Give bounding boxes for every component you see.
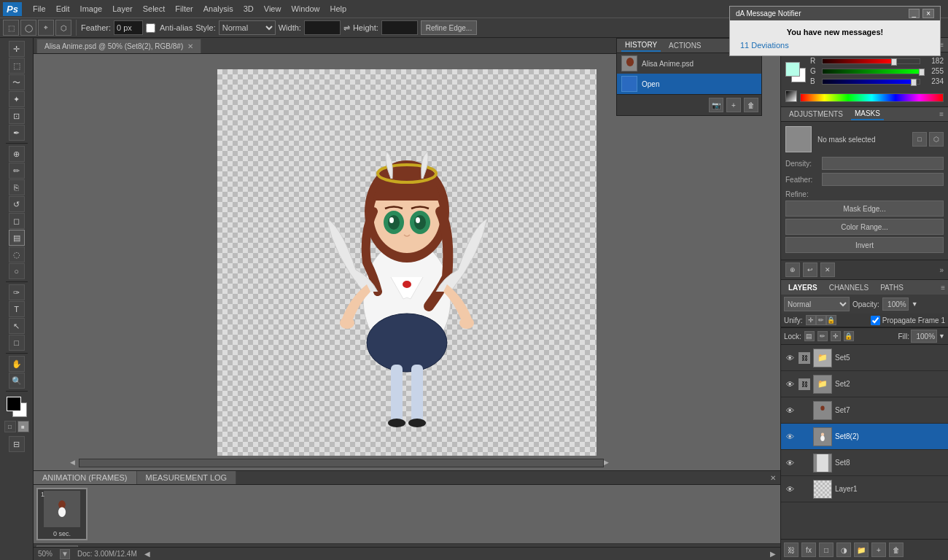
anti-alias-checkbox[interactable] bbox=[146, 23, 155, 33]
menu-help[interactable]: Help bbox=[325, 3, 352, 15]
create-group-button[interactable]: 📁 bbox=[854, 542, 869, 557]
quick-mask-on[interactable]: ■ bbox=[18, 421, 29, 432]
add-vector-mask[interactable]: ⬡ bbox=[929, 132, 944, 147]
zoom-menu[interactable]: ▼ bbox=[60, 549, 70, 559]
blur-tool[interactable]: ◌ bbox=[9, 246, 25, 262]
green-slider[interactable] bbox=[822, 69, 920, 74]
refine-edge-button[interactable]: Refine Edge... bbox=[421, 20, 477, 35]
brush-tool[interactable]: ✏ bbox=[9, 163, 25, 179]
layer-visibility-layer1[interactable]: 👁 bbox=[784, 483, 796, 495]
layer-set5[interactable]: 👁 ⛓ 📁 Set5 bbox=[781, 345, 948, 371]
pen-tool[interactable]: ✑ bbox=[9, 284, 25, 300]
layer-visibility-set5[interactable]: 👁 bbox=[784, 352, 796, 364]
frame-duration[interactable]: 0 sec. bbox=[53, 530, 71, 537]
blue-slider[interactable] bbox=[822, 79, 920, 85]
link-layers-button[interactable]: ⛓ bbox=[784, 542, 799, 557]
new-history-state-button[interactable]: + bbox=[726, 98, 741, 112]
measurement-log-tab[interactable]: MEASUREMENT LOG bbox=[137, 471, 237, 484]
layer-set2[interactable]: 👁 ⛓ 📁 Set2 bbox=[781, 371, 948, 397]
menu-layer[interactable]: Layer bbox=[107, 3, 138, 15]
lasso-tool[interactable]: 〜 bbox=[9, 74, 25, 90]
color-range-button[interactable]: Color Range... bbox=[785, 219, 944, 235]
menu-analysis[interactable]: Analysis bbox=[198, 3, 238, 15]
layer-set8[interactable]: 👁 Set8 bbox=[781, 450, 948, 476]
adj-panel-menu[interactable]: ≡ bbox=[939, 110, 944, 118]
menu-filter[interactable]: Filter bbox=[170, 3, 198, 15]
add-pixel-mask[interactable]: □ bbox=[912, 132, 927, 147]
swap-icon[interactable]: ⇌ bbox=[343, 23, 350, 33]
layer-set8-2[interactable]: 👁 Set8(2) bbox=[781, 424, 948, 450]
propagate-checkbox[interactable] bbox=[871, 316, 880, 325]
layer-visibility-set8[interactable]: 👁 bbox=[784, 457, 796, 469]
history-brush-tool[interactable]: ↺ bbox=[9, 196, 25, 212]
menu-window[interactable]: Window bbox=[286, 3, 325, 15]
fg-swatch-color[interactable] bbox=[785, 62, 800, 77]
eyedropper-tool[interactable]: ✒ bbox=[9, 125, 25, 141]
frame-1[interactable]: 1 0 sec. bbox=[36, 488, 88, 540]
menu-3d[interactable]: 3D bbox=[238, 3, 259, 15]
close-document-tab[interactable]: ✕ bbox=[187, 42, 193, 50]
green-thumb[interactable] bbox=[919, 69, 925, 76]
foreground-color-swatch[interactable] bbox=[7, 397, 21, 411]
horizontal-scrollbar[interactable] bbox=[79, 459, 604, 467]
layer-visibility-set2[interactable]: 👁 bbox=[784, 378, 796, 390]
blue-thumb[interactable] bbox=[911, 79, 917, 86]
height-input[interactable] bbox=[381, 20, 418, 35]
history-tab[interactable]: HISTORY bbox=[621, 39, 661, 52]
layers-panel-menu[interactable]: ≡ bbox=[941, 284, 945, 292]
scroll-left-arrow[interactable]: ◀ bbox=[70, 459, 79, 467]
paths-tab[interactable]: PATHS bbox=[876, 282, 908, 293]
rect-select-tool[interactable]: ⬚ bbox=[3, 20, 19, 36]
blend-mode-select[interactable]: Normal bbox=[784, 297, 850, 311]
gradient-tool[interactable]: ▤ bbox=[9, 230, 25, 246]
layers-tab[interactable]: LAYERS bbox=[784, 282, 822, 293]
actions-tab[interactable]: ACTIONS bbox=[665, 40, 704, 51]
delete-layer-button[interactable]: 🗑 bbox=[889, 542, 904, 557]
layer-visibility-set8-2[interactable]: 👁 bbox=[784, 431, 796, 443]
layer-visibility-set7[interactable]: 👁 bbox=[784, 405, 796, 416]
lock-transparent[interactable]: ▤ bbox=[804, 331, 815, 341]
mask-edge-button[interactable]: Mask Edge... bbox=[785, 201, 944, 217]
lock-all[interactable]: 🔒 bbox=[844, 331, 854, 341]
style-select[interactable]: NormalFixed RatioFixed Size bbox=[219, 20, 276, 35]
add-layer-mask-button[interactable]: □ bbox=[819, 542, 834, 557]
adj-expand[interactable]: » bbox=[939, 266, 944, 274]
lock-image[interactable]: ✏ bbox=[817, 331, 828, 341]
ellipse-select-tool[interactable]: ◯ bbox=[20, 20, 36, 36]
opacity-input[interactable] bbox=[882, 298, 909, 311]
move-tool[interactable]: ✛ bbox=[9, 41, 25, 57]
path-select-tool[interactable]: ↖ bbox=[9, 318, 25, 334]
add-layer-style-button[interactable]: fx bbox=[801, 542, 816, 557]
dodge-tool[interactable]: ○ bbox=[9, 263, 25, 279]
menu-select[interactable]: Select bbox=[138, 3, 171, 15]
zoom-tool[interactable]: 🔍 bbox=[9, 373, 25, 389]
close-bottom-panel[interactable]: ✕ bbox=[770, 474, 776, 482]
crop-tool[interactable]: ⊡ bbox=[9, 108, 25, 124]
adj-icon-2[interactable]: ↩ bbox=[803, 262, 817, 277]
unify-paint[interactable]: ✏ bbox=[816, 315, 826, 325]
scroll-right-arrow[interactable]: ▶ bbox=[604, 459, 613, 467]
red-slider[interactable] bbox=[822, 58, 920, 64]
adj-icon-3[interactable]: ✕ bbox=[820, 262, 835, 277]
clone-stamp-tool[interactable]: ⎘ bbox=[9, 179, 25, 195]
width-input[interactable] bbox=[304, 20, 341, 35]
history-item-alisa[interactable]: Alisa Anime.psd bbox=[617, 53, 761, 74]
new-layer-button[interactable]: + bbox=[871, 542, 886, 557]
canvas-nav-right[interactable]: ▶ bbox=[770, 550, 776, 558]
notification-count[interactable]: 11 Deviations bbox=[737, 39, 933, 51]
masks-tab[interactable]: MASKS bbox=[851, 108, 884, 120]
hand-tool[interactable]: ✋ bbox=[9, 356, 25, 372]
document-tab[interactable]: Alisa Anime.psd @ 50% (Set8(2), RGB/8#) … bbox=[36, 39, 201, 53]
quick-select-tool[interactable]: ✦ bbox=[9, 91, 25, 107]
menu-edit[interactable]: Edit bbox=[51, 3, 75, 15]
red-thumb[interactable] bbox=[891, 58, 897, 66]
fill-arrow[interactable]: ▼ bbox=[939, 332, 945, 340]
color-spectrum[interactable] bbox=[800, 93, 944, 102]
create-fill-button[interactable]: ◑ bbox=[836, 542, 851, 557]
menu-image[interactable]: Image bbox=[75, 3, 108, 15]
healing-brush-tool[interactable]: ⊕ bbox=[9, 146, 25, 162]
opacity-arrow[interactable]: ▼ bbox=[912, 300, 918, 308]
adj-icon-1[interactable]: ⊕ bbox=[785, 262, 800, 277]
layer-set7[interactable]: 👁 Set7 bbox=[781, 397, 948, 424]
channels-tab[interactable]: CHANNELS bbox=[825, 282, 873, 293]
